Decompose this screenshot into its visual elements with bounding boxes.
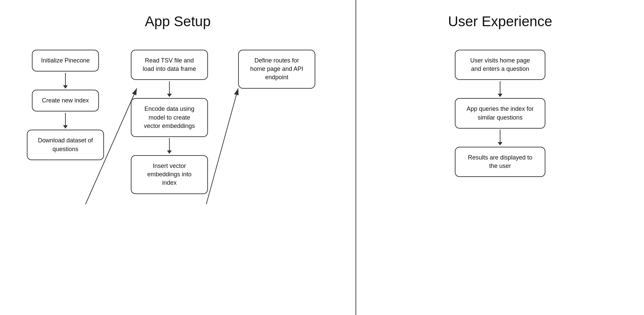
box-read-tsv: Read TSV file and load into data frame [131,50,208,80]
flow-column-1: Initialize Pinecone Create new index Dow… [27,50,104,160]
main-container: App Setup Initialize Pinecone [0,0,644,315]
svg-line-2 [206,88,238,204]
arrow-ue-1 [498,80,502,98]
box-encode-data: Encode data using model to create vector… [131,98,208,137]
box-user-visits: User visits home page and enters a quest… [455,50,545,80]
ue-flow: User visits home page and enters a quest… [455,50,545,177]
box-results-displayed: Results are displayed to the user [455,147,545,177]
user-experience-section: User Experience User visits home page an… [356,0,644,315]
box-insert-vector: Insert vector embeddings into index [131,155,208,194]
box-download-dataset: Download dataset of questions [27,130,104,160]
box-initialize-pinecone: Initialize Pinecone [32,50,99,72]
arrow-1-1 [63,72,68,90]
app-setup-section: App Setup Initialize Pinecone [0,0,356,315]
box-app-queries: App queries the index for similar questi… [455,98,545,128]
arrow-ue-2 [498,129,502,147]
box-define-routes: Define routes for home page and API endp… [238,50,315,89]
box-create-new-index: Create new index [32,90,99,111]
user-experience-title: User Experience [448,13,552,30]
arrow-2-1 [167,80,172,98]
app-setup-title: App Setup [145,13,211,30]
flow-column-3: Define routes for home page and API endp… [238,50,315,89]
arrow-1-2 [63,111,68,130]
flow-column-2: Read TSV file and load into data frame E… [131,50,208,194]
arrow-2-2 [167,137,172,155]
flow-area: Initialize Pinecone Create new index Dow… [17,50,339,285]
